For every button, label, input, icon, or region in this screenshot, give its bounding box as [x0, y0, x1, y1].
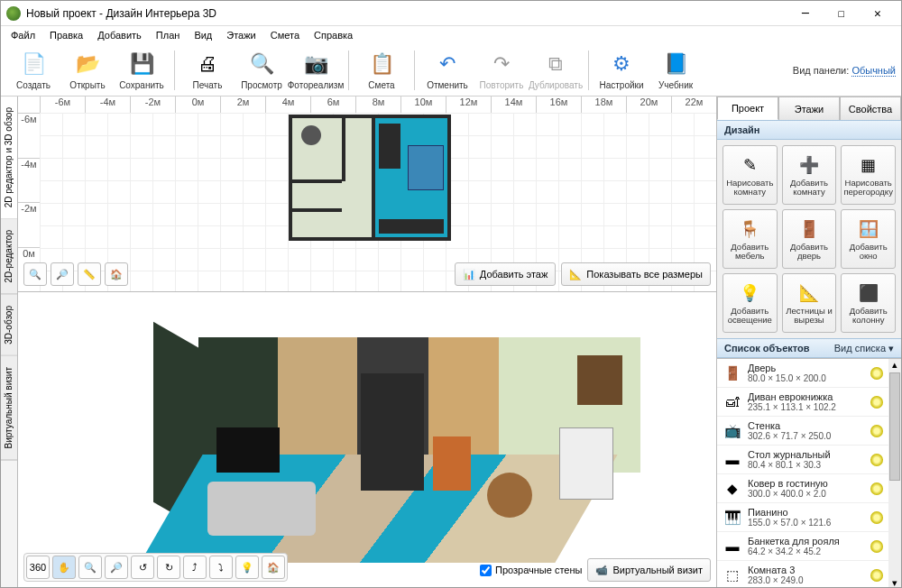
scroll-down-button[interactable]: ▾	[888, 577, 901, 587]
visibility-toggle[interactable]	[870, 511, 883, 524]
sidetab-3d[interactable]: 3D-обзор	[1, 295, 17, 356]
light-button[interactable]: 💡	[235, 556, 259, 579]
tab-properties[interactable]: Свойства	[840, 96, 901, 120]
virtual-visit-button[interactable]: 📹Виртуальный визит	[587, 558, 711, 582]
design-btn-5[interactable]: 🪟Добавитьокно	[841, 209, 896, 269]
home-button[interactable]: 🏠	[105, 262, 128, 286]
save-button[interactable]: 💾Сохранить	[115, 46, 169, 95]
undo-icon: ↶	[433, 50, 462, 78]
object-item[interactable]: ▬Банкетка для рояля64.2 × 34.2 × 45.2	[717, 532, 888, 561]
menubar: Файл Правка Добавить План Вид Этажи Смет…	[1, 26, 901, 44]
settings-button[interactable]: ⚙Настройки	[594, 46, 649, 95]
duplicate-button[interactable]: ⧉Дублировать	[529, 46, 583, 95]
design-btn-6[interactable]: 💡Добавитьосвещение	[723, 273, 778, 333]
pane-2d[interactable]: -6м-4м-2м0м2м4м6м8м10м12м14м16м18м20м22м…	[18, 96, 716, 292]
zoom-in-button[interactable]: 🔎	[51, 262, 74, 286]
orbit-left-button[interactable]: ↺	[131, 556, 154, 579]
titlebar: Новый проект - Дизайн Интерьера 3D ─ ☐ ✕	[1, 1, 901, 26]
tilt-up-button[interactable]: ⤴	[183, 556, 207, 579]
minimize-button[interactable]: ─	[787, 4, 824, 23]
object-item[interactable]: 📺Стенка302.6 × 71.7 × 250.0	[717, 417, 888, 446]
open-button[interactable]: 📂Открыть	[60, 46, 115, 95]
create-button[interactable]: 📄Создать	[6, 46, 60, 95]
print-button[interactable]: 🖨Печать	[180, 46, 235, 95]
right-tabs: Проект Этажи Свойства	[717, 96, 901, 120]
pan-button[interactable]: ✋	[52, 556, 76, 579]
visibility-toggle[interactable]	[870, 540, 883, 553]
reset-view-button[interactable]: 🏠	[262, 556, 285, 579]
tutorial-button[interactable]: 📘Учебник	[649, 46, 703, 95]
bulb-icon: 💡	[241, 562, 253, 574]
scrollbar[interactable]: ▴ ▾	[888, 359, 901, 587]
menu-help[interactable]: Справка	[308, 28, 359, 42]
menu-view[interactable]: Вид	[188, 28, 218, 42]
design-btn-3[interactable]: 🪑Добавитьмебель	[723, 209, 778, 269]
menu-plan[interactable]: План	[150, 28, 187, 42]
measure-button[interactable]: 📏	[78, 262, 101, 286]
hand-icon: ✋	[58, 562, 70, 574]
visibility-toggle[interactable]	[870, 482, 883, 495]
visibility-toggle[interactable]	[870, 454, 883, 466]
object-icon: 🎹	[723, 508, 742, 528]
visibility-toggle[interactable]	[870, 425, 883, 437]
object-item[interactable]: 🚪Дверь80.0 × 15.0 × 200.0	[717, 359, 888, 388]
design-btn-8[interactable]: ⬛Добавитьколонну	[841, 273, 896, 333]
visibility-toggle[interactable]	[870, 367, 883, 380]
tab-project[interactable]: Проект	[717, 96, 778, 120]
zoom-out-3d-button[interactable]: 🔍	[78, 556, 102, 579]
estimate-button[interactable]: 📋Смета	[354, 46, 409, 95]
object-icon: 🚪	[723, 363, 742, 383]
design-icon: 💡	[738, 281, 761, 305]
panel-mode-link[interactable]: Обычный	[851, 65, 896, 77]
menu-floors[interactable]: Этажи	[220, 28, 262, 42]
object-item[interactable]: ▬Стол журнальный80.4 × 80.1 × 30.3	[717, 446, 888, 474]
tilt-down-icon: ⤵	[218, 562, 224, 573]
object-icon: 📺	[723, 421, 742, 441]
duplicate-icon: ⧉	[541, 50, 570, 78]
object-list: 🚪Дверь80.0 × 15.0 × 200.0🛋Диван еврокниж…	[717, 358, 901, 587]
design-btn-2[interactable]: ▦Нарисоватьперегородку	[841, 145, 896, 205]
design-btn-4[interactable]: 🚪Добавитьдверь	[782, 209, 837, 269]
sidetab-2d-3d[interactable]: 2D редактор и 3D обзор	[1, 96, 17, 219]
scroll-up-button[interactable]: ▴	[888, 359, 901, 372]
maximize-button[interactable]: ☐	[824, 4, 860, 23]
object-icon: 🛋	[723, 392, 742, 412]
close-button[interactable]: ✕	[860, 4, 896, 23]
floorplan[interactable]	[289, 115, 451, 241]
sidetab-virtual[interactable]: Виртуальный визит	[1, 356, 17, 461]
object-item[interactable]: ◆Ковер в гостиную300.0 × 400.0 × 2.0	[717, 474, 888, 503]
menu-add[interactable]: Добавить	[91, 28, 148, 42]
design-btn-0[interactable]: ✎Нарисоватькомнату	[723, 145, 778, 205]
menu-file[interactable]: Файл	[5, 28, 41, 42]
redo-button[interactable]: ↷Повторить	[474, 46, 529, 95]
visibility-toggle[interactable]	[870, 569, 883, 582]
design-section-header: Дизайн	[717, 120, 901, 140]
object-icon: ⬚	[723, 565, 742, 585]
menu-estimate[interactable]: Смета	[264, 28, 306, 42]
sidetab-2d[interactable]: 2D-редактор	[1, 219, 17, 295]
transparent-walls-checkbox[interactable]: Прозрачные стены	[480, 565, 582, 576]
scroll-thumb[interactable]	[889, 372, 900, 481]
pane-3d[interactable]: 360 ✋ 🔍 🔎 ↺ ↻ ⤴ ⤵ 💡 🏠 Прозрачные стены 📹…	[18, 292, 716, 587]
design-btn-1[interactable]: ➕Добавитькомнату	[782, 145, 837, 205]
preview-button[interactable]: 🔍Просмотр	[235, 46, 289, 95]
list-view-toggle[interactable]: Вид списка ▾	[834, 343, 894, 354]
menu-edit[interactable]: Правка	[43, 28, 89, 42]
objects-section-header: Список объектов Вид списка ▾	[717, 338, 901, 358]
undo-button[interactable]: ↶Отменить	[420, 46, 474, 95]
orbit-right-button[interactable]: ↻	[157, 556, 180, 579]
tab-floors[interactable]: Этажи	[778, 96, 840, 120]
object-item[interactable]: 🛋Диван еврокнижка235.1 × 113.1 × 102.2	[717, 388, 888, 417]
show-dims-button[interactable]: 📐Показывать все размеры	[561, 262, 711, 286]
visibility-toggle[interactable]	[870, 396, 883, 409]
add-floor-button[interactable]: 📊Добавить этаж	[455, 262, 556, 286]
zoom-in-3d-button[interactable]: 🔎	[105, 556, 128, 579]
photorealism-button[interactable]: 📷Фотореализм	[289, 46, 343, 95]
room-3d-view[interactable]	[126, 319, 631, 563]
zoom-out-button[interactable]: 🔍	[23, 262, 47, 286]
design-btn-7[interactable]: 📐Лестницы ивырезы	[782, 273, 837, 333]
object-item[interactable]: ⬚Комната 3283.0 × 249.0	[717, 561, 888, 587]
rotate360-button[interactable]: 360	[26, 556, 50, 579]
tilt-down-button[interactable]: ⤵	[209, 556, 233, 579]
object-item[interactable]: 🎹Пианино155.0 × 57.0 × 121.6	[717, 503, 888, 532]
